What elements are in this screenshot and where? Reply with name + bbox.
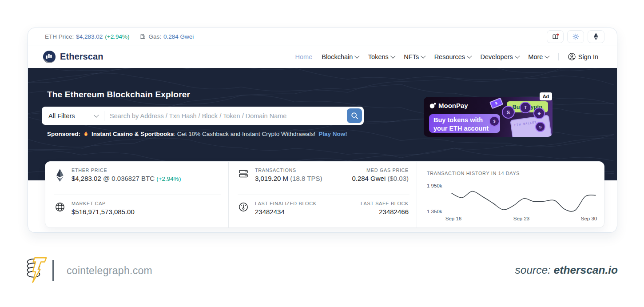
eth-price-group: ETH Price: $4,283.02 (+2.94%) bbox=[45, 33, 129, 40]
cointelegraph-logo bbox=[25, 256, 48, 286]
search-filter-dropdown[interactable]: All Filters bbox=[42, 112, 104, 120]
ether-price-value: $4,283.02 @ 0.036827 BTC (+2.94%) bbox=[72, 175, 181, 182]
transactions-value: 3,019.20 M (18.8 TPS) bbox=[255, 175, 322, 182]
market-cap-label: MARKET CAP bbox=[72, 201, 135, 206]
stats-col-chart: TRANSACTION HISTORY IN 14 DAYS 1 950k 1 … bbox=[417, 162, 604, 227]
tether-coin-icon: T bbox=[520, 102, 531, 113]
sponsored-text: Instant Casino & Sportbooks: Get 10% Cas… bbox=[91, 131, 315, 137]
chevron-down-icon bbox=[94, 112, 99, 117]
stats-col-left: ETHER PRICE $4,283.02 @ 0.036827 BTC (+2… bbox=[45, 162, 228, 227]
ether-price-label: ETHER PRICE bbox=[72, 167, 181, 173]
s-coin-icon: S bbox=[535, 122, 545, 132]
topbar-actions bbox=[547, 30, 604, 43]
gas-group: Gas: 0.284 Gwei bbox=[140, 33, 194, 40]
gas-pump-icon bbox=[140, 33, 146, 40]
med-gas-price-label: MED GAS PRICE bbox=[352, 167, 409, 173]
sponsored-brand: Instant Casino & Sportbooks bbox=[91, 131, 174, 137]
network-eth-button[interactable] bbox=[588, 30, 604, 43]
chevron-down-icon bbox=[545, 54, 550, 59]
moonpay-icon bbox=[429, 102, 436, 109]
ethereum-icon bbox=[54, 167, 66, 195]
navbar: Etherscan Home Blockchain Tokens NFTs Re… bbox=[28, 45, 617, 68]
nav-menu: Home Blockchain Tokens NFTs Resources De… bbox=[295, 53, 598, 60]
chevron-down-icon bbox=[355, 54, 360, 59]
page: ETH Price: $4,283.02 (+2.94%) Gas: 0.284… bbox=[0, 0, 644, 307]
stats-col-middle: TRANSACTIONS 3,019.20 M (18.8 TPS) MED G… bbox=[229, 162, 417, 227]
x-axis-tick-1: Sep 16 bbox=[440, 216, 467, 221]
cointelegraph-site: cointelegraph.com bbox=[67, 265, 152, 277]
topbar: ETH Price: $4,283.02 (+2.94%) Gas: 0.284… bbox=[28, 28, 617, 45]
usdc-coin-icon: S bbox=[502, 106, 515, 119]
sign-in-button[interactable]: Sign In bbox=[568, 53, 598, 60]
med-gas-price-value: 0.284 Gwei ($0.03) bbox=[352, 175, 409, 182]
source-attribution: source: etherscan.io bbox=[515, 264, 618, 276]
chevron-down-icon bbox=[390, 54, 395, 59]
eth-price-change: (+2.94%) bbox=[105, 33, 129, 40]
market-cap-cell: MARKET CAP $516,971,573,085.00 bbox=[45, 195, 228, 228]
x-axis-tick-3: Sep 30 bbox=[576, 216, 602, 221]
token-coin-icon: ◆ bbox=[533, 108, 545, 119]
brand-name: Etherscan bbox=[60, 52, 103, 62]
etherscan-logo[interactable]: Etherscan bbox=[43, 50, 103, 64]
gas-label: Gas: bbox=[148, 33, 161, 40]
last-safe-block-label: LAST SAFE BLOCK bbox=[361, 201, 409, 206]
search-input[interactable] bbox=[104, 112, 347, 120]
gas-value[interactable]: 0.284 Gwei bbox=[163, 33, 194, 40]
nav-item-more[interactable]: More bbox=[528, 53, 549, 60]
user-icon bbox=[568, 53, 576, 60]
etherscan-screenshot-card: ETH Price: $4,283.02 (+2.94%) Gas: 0.284… bbox=[28, 28, 617, 233]
eth-price-value[interactable]: $4,283.02 bbox=[76, 33, 103, 40]
search-bar: All Filters bbox=[42, 107, 364, 125]
etherscan-logo-icon bbox=[43, 50, 56, 64]
nav-item-blockchain[interactable]: Blockchain bbox=[322, 53, 359, 60]
nav-item-tokens[interactable]: Tokens bbox=[368, 53, 394, 60]
sun-icon bbox=[572, 33, 580, 40]
server-icon bbox=[238, 167, 249, 195]
y-axis-tick-top: 1 950k bbox=[427, 183, 442, 188]
ad-badge: Ad bbox=[540, 92, 552, 100]
transactions-cell: TRANSACTIONS 3,019.20 M (18.8 TPS) MED G… bbox=[229, 162, 417, 195]
tx-history-line bbox=[452, 191, 596, 211]
moonpay-logo: MoonPay bbox=[429, 102, 468, 109]
flame-icon bbox=[83, 131, 89, 137]
chart-title: TRANSACTION HISTORY IN 14 DAYS bbox=[427, 171, 520, 176]
footer-divider bbox=[52, 260, 54, 281]
notes-button[interactable] bbox=[547, 30, 564, 43]
chevron-down-icon bbox=[467, 54, 472, 59]
dollar-coin-icon: $ bbox=[489, 116, 500, 127]
last-finalized-block-value: 23482434 bbox=[255, 208, 317, 215]
last-safe-block-value: 23482466 bbox=[361, 208, 409, 215]
market-cap-value: $516,971,573,085.00 bbox=[72, 208, 135, 215]
blocks-cell: LAST FINALIZED BLOCK 23482434 LAST SAFE … bbox=[229, 195, 417, 228]
chevron-down-icon bbox=[421, 54, 426, 59]
nav-item-nfts[interactable]: NFTs bbox=[404, 53, 425, 60]
notification-dot bbox=[557, 33, 559, 36]
book-icon bbox=[552, 33, 559, 40]
search-icon bbox=[351, 112, 358, 120]
search-button[interactable] bbox=[347, 108, 362, 123]
sponsored-banner: Sponsored: Instant Casino & Sportbooks: … bbox=[47, 131, 347, 137]
source-value: etherscan.io bbox=[554, 264, 618, 276]
moonpay-ad-banner[interactable]: MoonPay Buy Crypto Buy tokens with your … bbox=[424, 97, 553, 137]
theme-toggle-button[interactable] bbox=[567, 30, 584, 43]
y-axis-tick-bottom: 1 350k bbox=[427, 209, 442, 214]
x-axis-tick-2: Sep 23 bbox=[508, 216, 535, 221]
last-finalized-block-label: LAST FINALIZED BLOCK bbox=[255, 201, 317, 206]
lightning-t-icon bbox=[33, 258, 47, 283]
source-label: source: bbox=[515, 264, 551, 276]
play-now-link[interactable]: Play Now! bbox=[318, 131, 347, 137]
nav-item-resources[interactable]: Resources bbox=[434, 53, 471, 60]
stats-card: ETHER PRICE $4,283.02 @ 0.036827 BTC (+2… bbox=[45, 161, 604, 228]
nav-item-developers[interactable]: Developers bbox=[480, 53, 519, 60]
chevron-down-icon bbox=[515, 54, 520, 59]
nav-item-home[interactable]: Home bbox=[295, 53, 313, 60]
transactions-label: TRANSACTIONS bbox=[255, 167, 322, 173]
card-coin-icon: $ bbox=[489, 98, 503, 109]
sponsored-label: Sponsored: bbox=[47, 131, 80, 137]
gauge-icon bbox=[238, 201, 249, 228]
globe-icon bbox=[54, 201, 66, 228]
ethereum-icon bbox=[593, 32, 599, 40]
eth-price-label: ETH Price: bbox=[45, 33, 74, 40]
ether-price-cell: ETHER PRICE $4,283.02 @ 0.036827 BTC (+2… bbox=[45, 162, 228, 195]
page-title: The Ethereum Blockchain Explorer bbox=[47, 90, 190, 100]
